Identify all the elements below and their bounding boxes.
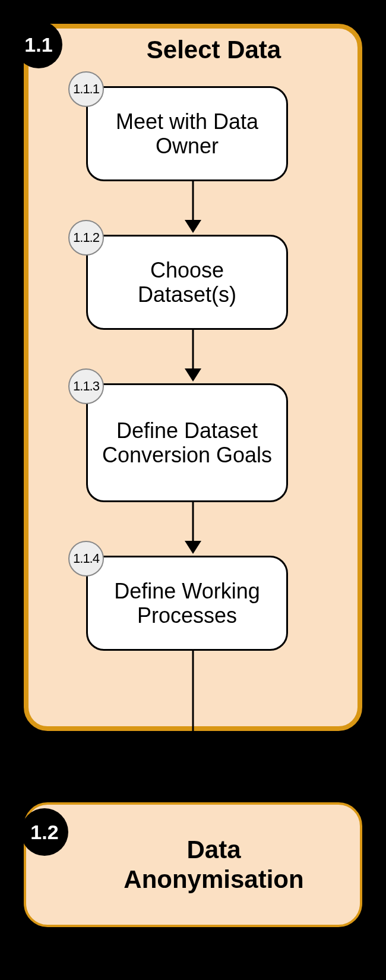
step-badge-1-1-2: 1.1.2 (68, 220, 104, 256)
step-1-1-3-label: Define Dataset Conversion Goals (99, 418, 276, 468)
step-badge-1-1-3-label: 1.1.3 (73, 379, 99, 394)
step-1-1-4-label: Define Working Processes (99, 579, 276, 628)
group-badge-1-2: 1.2 (21, 808, 68, 856)
group-badge-1-1-label: 1.1 (24, 33, 52, 56)
arrow-head-2 (185, 368, 201, 382)
step-define-working-processes: Define Working Processes (86, 556, 288, 651)
group-badge-1-1: 1.1 (15, 21, 62, 68)
step-badge-1-1-2-label: 1.1.2 (73, 230, 99, 245)
arrow-head-3 (185, 541, 201, 554)
arrow-2 (192, 330, 194, 368)
group-badge-1-2-label: 1.2 (30, 821, 58, 844)
step-1-1-2-label: Choose Dataset(s) (99, 258, 276, 307)
group-title-1-1: Select Data (101, 36, 327, 64)
arrow-1 (192, 181, 194, 220)
step-choose-datasets: Choose Dataset(s) (86, 235, 288, 330)
connector-line-groups (192, 651, 194, 802)
step-badge-1-1-1-label: 1.1.1 (73, 81, 99, 97)
step-badge-1-1-4-label: 1.1.4 (73, 551, 99, 566)
step-define-conversion-goals: Define Dataset Conversion Goals (86, 383, 288, 502)
step-1-1-1-label: Meet with Data Owner (99, 109, 276, 159)
arrow-3 (192, 502, 194, 541)
step-badge-1-1-3: 1.1.3 (68, 368, 104, 404)
group-title-1-2: Data Anonymisation (101, 835, 327, 895)
step-meet-data-owner: Meet with Data Owner (86, 86, 288, 181)
step-badge-1-1-4: 1.1.4 (68, 541, 104, 576)
arrow-head-1 (185, 220, 201, 233)
step-badge-1-1-1: 1.1.1 (68, 71, 104, 107)
